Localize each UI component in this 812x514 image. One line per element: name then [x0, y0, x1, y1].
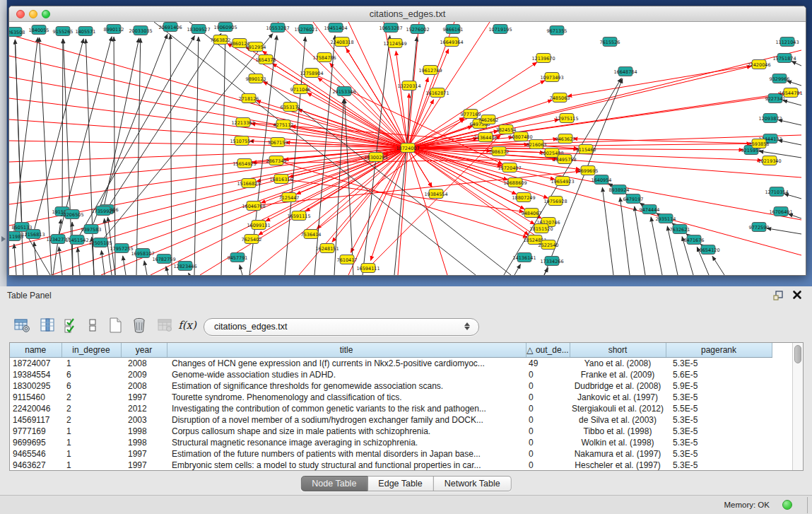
table-row[interactable]: 1456911722003Disruption of a novel membe…: [10, 414, 772, 426]
graph-node[interactable]: 10719195: [488, 25, 512, 34]
graph-node[interactable]: 1593858: [749, 139, 770, 148]
new-column-button[interactable]: [106, 316, 124, 334]
graph-node[interactable]: 3067153: [268, 138, 288, 147]
graph-node[interactable]: 2935114: [656, 214, 676, 223]
graph-node[interactable]: 8912954: [246, 42, 266, 52]
graph-node[interactable]: 16649364: [440, 37, 463, 47]
graph-node[interactable]: 9463627: [555, 134, 576, 144]
table-row[interactable]: 2242004622012Investigating the contribut…: [10, 403, 772, 414]
graph-node[interactable]: 19060905: [213, 23, 237, 32]
column-header[interactable]: title: [167, 343, 526, 357]
table-row[interactable]: 977716911998Corpus callosum shape and si…: [10, 426, 772, 437]
graph-node[interactable]: 10219340: [758, 156, 781, 165]
float-panel-icon[interactable]: [772, 290, 784, 301]
graph-node[interactable]: 16594111: [356, 264, 379, 273]
tab-edge-table[interactable]: Edge Table: [367, 476, 433, 491]
row-height-button[interactable]: [83, 316, 102, 334]
graph-node[interactable]: 15166825: [237, 179, 260, 188]
graph-node[interactable]: 7615526: [600, 37, 620, 47]
table-settings-button[interactable]: [13, 316, 31, 334]
table-row[interactable]: 946362711997Embryonic stem cells: a mode…: [10, 460, 772, 471]
graph-node[interactable]: 16816316: [269, 175, 293, 184]
import-table-button-disabled[interactable]: [155, 316, 174, 334]
graph-node[interactable]: 6353171: [281, 103, 301, 112]
graph-node[interactable]: 12758904: [300, 69, 323, 78]
graph-node[interactable]: 12093872: [758, 114, 782, 123]
graph-node[interactable]: 15276021: [294, 25, 317, 34]
graph-node[interactable]: 22420046: [747, 60, 770, 69]
graph-node[interactable]: 12975115: [555, 114, 578, 123]
graph-node[interactable]: 9484067: [522, 209, 542, 218]
column-header[interactable]: short: [570, 343, 666, 357]
graph-node[interactable]: 16099131: [247, 221, 270, 230]
graph-node[interactable]: 1640954: [592, 175, 612, 185]
graph-node[interactable]: 12139670: [531, 54, 555, 63]
graph-node[interactable]: 10973493: [540, 73, 563, 82]
column-header[interactable]: name: [10, 343, 61, 357]
network-canvas[interactable]: 2263508184005591552651405571899011220033…: [9, 22, 806, 275]
graph-node[interactable]: 2718126: [239, 94, 259, 103]
graph-node[interactable]: 9772590: [749, 223, 770, 232]
graph-node[interactable]: 17957255: [110, 244, 133, 253]
graph-node[interactable]: 15276002: [406, 25, 429, 34]
graph-node[interactable]: 13220314: [397, 81, 420, 90]
graph-node[interactable]: 7125447: [279, 193, 300, 202]
graph-node[interactable]: 10553287: [266, 23, 289, 33]
scrollbar-thumb[interactable]: [794, 345, 801, 363]
graph-node[interactable]: 7663822: [211, 35, 231, 45]
graph-node[interactable]: 9474444: [640, 205, 660, 214]
graph-node[interactable]: 16958107: [131, 249, 154, 258]
column-header[interactable]: pagerank: [666, 343, 772, 357]
table-row[interactable]: 1938455462009Genome-wide association stu…: [10, 369, 772, 380]
graph-node[interactable]: 8471676: [684, 235, 705, 245]
graph-node[interactable]: 8216063: [526, 140, 547, 149]
graph-node[interactable]: 16591115: [287, 211, 310, 221]
select-rows-checklist-button[interactable]: [62, 316, 81, 334]
graph-node[interactable]: 9457791: [228, 253, 248, 262]
graph-node[interactable]: 11121043: [775, 37, 799, 47]
graph-node[interactable]: 6479197: [623, 194, 644, 204]
delete-column-button[interactable]: [130, 316, 148, 334]
table-row[interactable]: 946554611997Estimation of the future num…: [10, 448, 772, 460]
table-row[interactable]: 969969511998Structural magnetic resonanc…: [10, 437, 772, 448]
function-builder-button[interactable]: f(x): [178, 316, 196, 334]
graph-node[interactable]: 15751874: [772, 54, 796, 63]
select-columns-button[interactable]: [38, 316, 57, 334]
graph-node[interactable]: 2522540: [539, 240, 559, 250]
graph-node[interactable]: 4275112: [273, 120, 294, 129]
graph-node[interactable]: 15654925: [233, 159, 256, 168]
graph-node[interactable]: 9397583: [81, 225, 102, 234]
tab-network-table[interactable]: Network Table: [434, 476, 512, 491]
graph-node[interactable]: 19384554: [424, 189, 447, 199]
graph-node[interactable]: 15107554: [230, 136, 253, 146]
table-vertical-scrollbar[interactable]: [792, 343, 803, 470]
graph-node[interactable]: 9155265: [53, 27, 73, 36]
graph-node[interactable]: 7986372: [489, 147, 510, 156]
graph-node[interactable]: 8938924: [609, 185, 630, 194]
tab-node-table[interactable]: Node Table: [300, 476, 367, 491]
graph-node[interactable]: 20691406: [158, 23, 182, 32]
graph-node[interactable]: 20033035: [129, 26, 152, 35]
graph-node[interactable]: 19451404: [324, 23, 347, 33]
graph-node[interactable]: 10653287: [379, 23, 402, 33]
graph-node[interactable]: 3824554: [496, 125, 517, 134]
graph-node[interactable]: 1840055: [29, 25, 49, 35]
graph-node[interactable]: 18309527: [187, 25, 210, 34]
table-row[interactable]: 1872400712008Changes of HCN gene express…: [10, 357, 772, 369]
graph-node[interactable]: 7485063: [550, 93, 570, 103]
graph-node[interactable]: 17334266: [540, 257, 563, 266]
graph-node[interactable]: 9329966: [770, 74, 790, 83]
graph-node[interactable]: 1654378: [256, 55, 276, 64]
graph-node[interactable]: 1405571: [76, 27, 96, 36]
window-titlebar[interactable]: citations_edges.txt: [9, 6, 806, 22]
graph-node[interactable]: 7536414: [301, 230, 322, 239]
graph-node[interactable]: 7462662: [478, 115, 499, 124]
graph-node[interactable]: 16782759: [152, 255, 175, 264]
graph-node[interactable]: 9699695: [578, 166, 599, 175]
graph-node[interactable]: 12710354: [765, 187, 788, 197]
column-header[interactable]: year: [121, 343, 167, 357]
graph-node[interactable]: 9711046: [290, 85, 311, 94]
graph-node[interactable]: 8990112: [104, 25, 124, 34]
graph-node[interactable]: 12213363: [231, 118, 254, 127]
graph-node[interactable]: 9890123: [246, 74, 266, 83]
